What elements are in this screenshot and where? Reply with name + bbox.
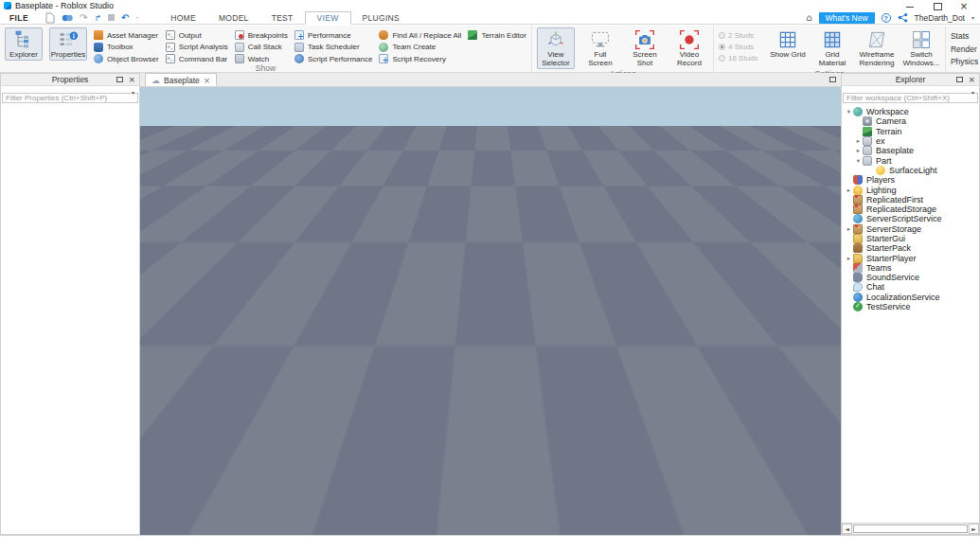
- tree-item[interactable]: ▸ServerStorage: [842, 224, 979, 234]
- tree-item[interactable]: Teams: [842, 263, 979, 273]
- ribbon-small-button[interactable]: Script Analysis: [166, 43, 228, 52]
- stud-radio-option[interactable]: 4 Studs: [719, 43, 762, 51]
- close-button[interactable]: ×: [959, 2, 969, 10]
- tree-item[interactable]: ReplicatedFirst: [842, 195, 979, 204]
- ribbon-small-button[interactable]: Object Browser: [94, 54, 159, 63]
- help-icon[interactable]: ?: [882, 13, 891, 23]
- wireframe-rendering-button[interactable]: Wireframe Rendering: [858, 27, 896, 69]
- close-panel-icon[interactable]: ×: [968, 76, 975, 83]
- tree-item[interactable]: ▸Baseplate: [842, 146, 979, 155]
- ribbon-small-button[interactable]: Task Scheduler: [294, 43, 372, 52]
- explorer-panel-header[interactable]: Explorer ×: [842, 74, 979, 86]
- stats-text-button[interactable]: Stats: [951, 31, 978, 41]
- expander-icon[interactable]: ▸: [854, 137, 863, 145]
- explorer-toggle-button[interactable]: Explorer: [5, 27, 43, 61]
- expander-icon[interactable]: ▸: [845, 187, 853, 194]
- ribbon-small-button[interactable]: Team Create: [379, 43, 461, 52]
- minimize-button[interactable]: [906, 2, 916, 10]
- stats-text-button[interactable]: Physics: [951, 57, 978, 66]
- properties-panel-header[interactable]: Properties ×: [1, 74, 139, 86]
- full-screen-button[interactable]: Full Screen: [581, 27, 619, 69]
- float-window-icon[interactable]: [116, 77, 123, 82]
- show-grid-button[interactable]: Show Grid: [769, 27, 807, 61]
- tree-item[interactable]: Players: [842, 175, 979, 185]
- expander-icon[interactable]: ▾: [854, 157, 863, 165]
- tree-item[interactable]: ▾Part: [842, 155, 979, 165]
- tab-TEST[interactable]: TEST: [260, 11, 305, 24]
- screen-shot-button[interactable]: Screen Shot: [626, 27, 664, 69]
- explorer-horizontal-scrollbar[interactable]: ◄ ►: [842, 523, 979, 534]
- chevron-down-icon[interactable]: ▾: [132, 89, 134, 96]
- scroll-right-icon[interactable]: ►: [969, 524, 979, 534]
- ribbon-small-button[interactable]: Asset Manager: [94, 30, 159, 40]
- ribbon-small-button[interactable]: Command Bar: [166, 54, 228, 63]
- tab-HOME[interactable]: HOME: [159, 11, 207, 24]
- ribbon-small-button[interactable]: Breakpoints: [235, 30, 288, 40]
- tree-item[interactable]: ▸Lighting: [842, 185, 979, 194]
- toolbar-overflow-icon[interactable]: ·: [135, 12, 138, 24]
- whats-new-button[interactable]: What's New: [819, 12, 875, 24]
- tree-item[interactable]: ▾Workspace: [842, 107, 979, 116]
- tree-item[interactable]: SurfaceLight: [842, 166, 979, 175]
- scrollbar-thumb[interactable]: [853, 524, 968, 533]
- video-record-button[interactable]: Video Record: [670, 27, 708, 69]
- undo-button[interactable]: ↶: [121, 12, 129, 24]
- tree-item[interactable]: StarterGui: [842, 234, 979, 243]
- tree-item[interactable]: SoundService: [842, 273, 979, 282]
- ribbon-small-button[interactable]: Script Recovery: [379, 54, 461, 63]
- tree-item[interactable]: ServerScriptService: [842, 214, 979, 223]
- ribbon-small-button[interactable]: Find All / Replace All: [379, 30, 461, 40]
- view-selector-cube[interactable]: Back: [757, 441, 792, 477]
- stud-radio-option[interactable]: 2 Studs: [719, 31, 762, 40]
- float-window-icon[interactable]: [829, 77, 836, 82]
- ribbon-small-button[interactable]: Output: [166, 30, 228, 40]
- stats-text-button[interactable]: Render: [951, 44, 978, 54]
- restore-button[interactable]: [933, 2, 942, 10]
- expander-icon[interactable]: ▸: [845, 255, 853, 262]
- open-button[interactable]: [62, 13, 73, 23]
- tree-item[interactable]: Chat: [842, 282, 979, 292]
- expander-icon[interactable]: ▸: [854, 147, 863, 154]
- ribbon-small-button[interactable]: Performance: [294, 30, 372, 40]
- ribbon-small-button[interactable]: Call Stack: [235, 43, 288, 52]
- ribbon-small-button[interactable]: Toolbox: [94, 43, 159, 52]
- scroll-left-icon[interactable]: ◄: [842, 524, 852, 534]
- tab-PLUGINS[interactable]: PLUGINS: [351, 11, 411, 24]
- tree-item[interactable]: StarterPack: [842, 243, 979, 253]
- tab-baseplate[interactable]: ☁ Baseplate ×: [145, 73, 217, 86]
- viewport-3d[interactable]: Back: [140, 87, 841, 535]
- explorer-filter-input[interactable]: [843, 93, 978, 103]
- redo-button[interactable]: ↷: [80, 12, 87, 24]
- tree-item[interactable]: ▸ex: [842, 136, 979, 146]
- grid-material-button[interactable]: Grid Material: [813, 27, 851, 69]
- share-icon[interactable]: [898, 12, 908, 23]
- chevron-down-icon[interactable]: ▾: [971, 89, 974, 96]
- file-menu-button[interactable]: FILE: [0, 13, 38, 23]
- tree-item[interactable]: LocalizationService: [842, 293, 979, 302]
- tree-item[interactable]: ▸StarterPlayer: [842, 253, 979, 262]
- expander-icon[interactable]: ▾: [845, 108, 853, 116]
- user-caret-icon[interactable]: ▾: [971, 14, 974, 21]
- tree-item[interactable]: ReplicatedStorage: [842, 204, 979, 214]
- ribbon-small-button[interactable]: Watch: [235, 54, 288, 63]
- float-window-icon[interactable]: [956, 77, 963, 82]
- properties-toggle-button[interactable]: Properties: [49, 27, 87, 61]
- ribbon-small-button[interactable]: Terrain Editor: [468, 30, 526, 40]
- publish-button[interactable]: ↱: [94, 12, 101, 24]
- stop-button[interactable]: [108, 14, 115, 21]
- home-icon[interactable]: ⌂: [806, 12, 811, 23]
- tree-item[interactable]: TestService: [842, 302, 979, 311]
- tab-VIEW[interactable]: VIEW: [305, 11, 351, 25]
- close-panel-icon[interactable]: ×: [128, 76, 135, 83]
- username-button[interactable]: TheDarth_Dot: [915, 13, 965, 23]
- tree-item[interactable]: Camera: [842, 116, 979, 126]
- tree-item[interactable]: Terrain: [842, 127, 979, 136]
- switch-windows-button[interactable]: Switch Windows...: [902, 27, 940, 69]
- stud-radio-option[interactable]: 16 Studs: [719, 54, 762, 62]
- tab-close-icon[interactable]: ×: [204, 76, 211, 85]
- new-file-button[interactable]: [45, 12, 55, 24]
- expander-icon[interactable]: ▸: [845, 225, 853, 233]
- ribbon-small-button[interactable]: Script Performance: [294, 54, 372, 63]
- tab-MODEL[interactable]: MODEL: [207, 11, 260, 24]
- properties-filter-input[interactable]: [2, 93, 138, 103]
